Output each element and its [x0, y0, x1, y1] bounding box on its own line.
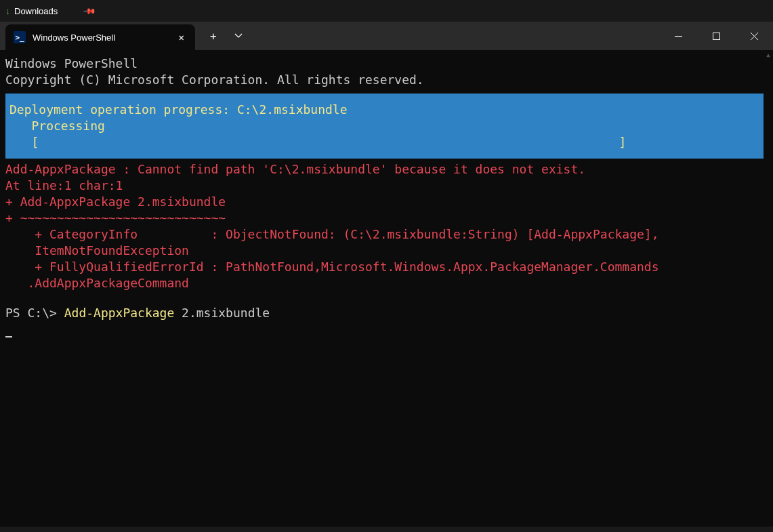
vertical-scrollbar[interactable]: ▲ — [764, 50, 773, 532]
terminal-tab[interactable]: >_ Windows PowerShell ✕ — [5, 24, 195, 50]
maximize-button[interactable] — [697, 22, 735, 50]
scrollbar-up-arrow-icon[interactable]: ▲ — [764, 50, 773, 58]
close-window-button[interactable] — [735, 22, 773, 50]
error-fqid: + FullyQualifiedErrorId : PathNotFound,M… — [5, 259, 768, 275]
prompt-prefix: PS C:\> — [5, 306, 64, 320]
progress-title: Deployment operation progress: C:\2.msix… — [9, 102, 764, 118]
powershell-icon: >_ — [14, 31, 26, 43]
minimize-icon — [675, 33, 682, 40]
minimize-button[interactable] — [659, 22, 697, 50]
terminal-cursor — [5, 324, 12, 337]
deployment-progress-box: Deployment operation progress: C:\2.msix… — [5, 94, 768, 159]
powershell-icon-glyph: >_ — [15, 33, 24, 42]
terminal-copyright-line: Copyright (C) Microsoft Corporation. All… — [5, 72, 768, 88]
bottom-bar — [0, 527, 773, 532]
tab-dropdown-button[interactable] — [232, 29, 245, 43]
progress-status: Processing — [9, 118, 764, 134]
prompt-argument: 2.msixbundle — [174, 306, 270, 320]
download-arrow-icon: ↓ — [5, 5, 10, 16]
taskbar-downloads-label[interactable]: Downloads — [14, 6, 58, 16]
prompt-line[interactable]: PS C:\> Add-AppxPackage 2.msixbundle — [5, 305, 768, 321]
error-fqid-cont: .AddAppxPackageCommand — [5, 275, 768, 291]
close-tab-button[interactable]: ✕ — [176, 29, 187, 45]
terminal-output[interactable]: Windows PowerShell Copyright (C) Microso… — [0, 50, 773, 532]
pin-icon[interactable]: 📌 — [83, 4, 98, 18]
error-underline: + ~~~~~~~~~~~~~~~~~~~~~~~~~~~~ — [5, 210, 768, 226]
explorer-taskbar: ↓ Downloads 📌 — [0, 0, 773, 22]
cursor-line — [5, 321, 768, 337]
window-titlebar[interactable]: >_ Windows PowerShell ✕ + — [0, 22, 773, 50]
progress-bar: [ ] — [9, 134, 764, 150]
new-tab-button[interactable]: + — [207, 27, 220, 45]
prompt-command: Add-AppxPackage — [64, 306, 175, 320]
window-controls — [659, 22, 773, 50]
terminal-header-line: Windows PowerShell — [5, 56, 768, 72]
chevron-down-icon — [234, 33, 243, 39]
close-icon — [751, 33, 758, 40]
svg-rect-1 — [713, 33, 719, 39]
error-message: Add-AppxPackage : Cannot find path 'C:\2… — [5, 161, 768, 178]
tab-title: Windows PowerShell — [33, 33, 176, 43]
error-location: At line:1 char:1 — [5, 178, 768, 194]
maximize-icon — [713, 33, 720, 40]
error-command-echo: + Add-AppxPackage 2.msixbundle — [5, 194, 768, 210]
error-category-info: + CategoryInfo : ObjectNotFound: (C:\2.m… — [5, 226, 768, 243]
error-exception: ItemNotFoundException — [5, 243, 768, 259]
